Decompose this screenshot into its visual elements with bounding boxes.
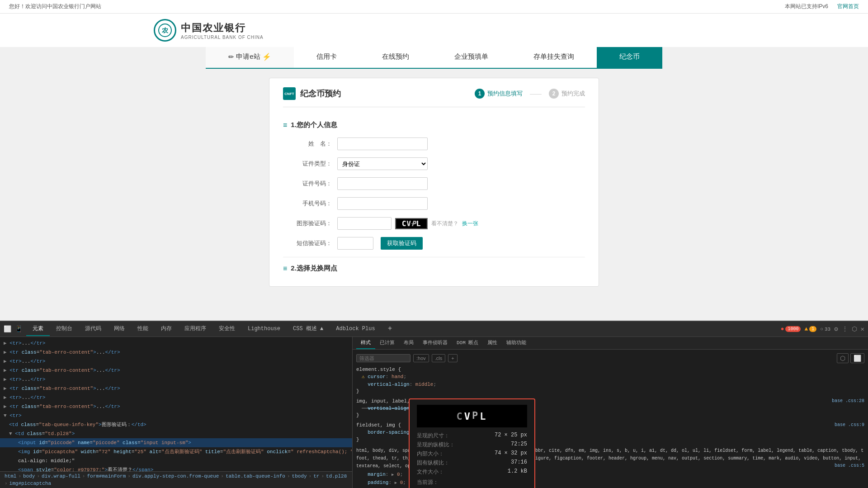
name-row: 姓 名： <box>283 137 585 150</box>
id-type-select[interactable]: 身份证 护照 驾驶证 <box>337 157 428 170</box>
devtools-tab-lighthouse[interactable]: Lighthouse <box>241 323 287 336</box>
right-tab-dom-breakpoints[interactable]: DOM 断点 <box>452 337 483 349</box>
sms-input[interactable] <box>337 237 373 250</box>
logo-icon: 农 <box>154 19 176 42</box>
devtools-tab-performance[interactable]: 性能 <box>131 322 155 336</box>
style-toggle-1[interactable]: ⬡ <box>837 353 849 363</box>
site-header: 农 中国农业银行 AGRICULTURAL BANK OF CHINA <box>0 14 868 47</box>
captcha-text: CVPL <box>402 219 421 228</box>
nav-item-credit[interactable]: 信用卡 <box>294 47 359 68</box>
right-tab-computed[interactable]: 已计算 <box>375 337 399 349</box>
welcome-text: 您好！欢迎访问中国农业银行门户网站 <box>9 3 101 10</box>
steps-indicator: 1 预约信息填写 —— 2 预约完成 <box>475 89 585 99</box>
add-style-button[interactable]: + <box>448 354 457 362</box>
right-tab-layout[interactable]: 布局 <box>399 337 418 349</box>
hov-button[interactable]: :hov <box>413 354 429 362</box>
cls-button[interactable]: .cls <box>432 354 446 362</box>
top-bar: 您好！欢迎访问中国农业银行门户网站 本网站已支持IPv6 官网首页 <box>0 0 868 14</box>
section2-title: 2.选择兑换网点 <box>291 264 337 273</box>
style-prop: vertical-align: middle; <box>356 381 864 389</box>
phone-row: 手机号码： <box>283 197 585 210</box>
official-link[interactable]: 官网首页 <box>837 3 859 10</box>
devtools-tab-network[interactable]: 网络 <box>108 322 131 336</box>
dom-line[interactable]: ▶ <tr class="tab-erro-content">...</tr> <box>0 402 352 411</box>
captcha-wrapper: CVPL 看不清楚？ 换一张 <box>337 217 478 230</box>
right-tab-listeners[interactable]: 事件侦听器 <box>418 337 452 349</box>
nav-item-corp[interactable]: 企业预填单 <box>432 47 511 68</box>
devtools-tab-console[interactable]: 控制台 <box>50 322 79 336</box>
name-label: 姓 名： <box>283 140 337 148</box>
warn-badge: ▲ 1 <box>804 326 816 332</box>
nav-item-coin[interactable]: 纪念币 <box>597 47 662 68</box>
id-type-label: 证件类型： <box>283 160 337 168</box>
id-num-input[interactable] <box>337 177 428 190</box>
popout-icon[interactable]: ⬡ <box>852 325 857 333</box>
phone-input[interactable] <box>337 197 428 210</box>
nav-label-credit: 信用卡 <box>316 52 337 61</box>
nav-label-corp: 企业预填单 <box>454 52 488 61</box>
svg-text:农: 农 <box>161 27 169 34</box>
devtools-main: ▶ <tr>...</tr> ▶ <tr class="tab-erro-con… <box>0 337 868 463</box>
devtools-tab-memory[interactable]: 内存 <box>155 322 178 336</box>
dom-line-selected[interactable]: <input id="piccode" name="piccode" class… <box>0 438 352 447</box>
settings-icon[interactable]: ⚙ <box>834 325 838 333</box>
dom-line[interactable]: ▼ <tr> <box>0 411 352 420</box>
style-source[interactable]: base .css:5 <box>835 462 864 463</box>
more-icon[interactable]: ⋮ <box>842 325 848 333</box>
ipv6-text: 本网站已支持IPv6 <box>785 3 828 10</box>
dom-line[interactable]: ▶ <tr class="tab-erro-content">...</tr> <box>0 384 352 393</box>
right-tab-properties[interactable]: 属性 <box>483 337 502 349</box>
captcha-row: 图形验证码： CVPL 看不清楚？ 换一张 <box>283 217 585 230</box>
close-icon[interactable]: ✕ <box>861 325 864 333</box>
dom-line[interactable]: ▶ <tr class="tab-erro-content">...</tr> <box>0 348 352 357</box>
captcha-input[interactable] <box>337 217 392 230</box>
captcha-image[interactable]: CVPL <box>395 218 428 229</box>
step-2: 2 预约完成 <box>549 89 585 99</box>
cant-see-text: 看不清楚？ <box>431 220 458 227</box>
dom-line[interactable]: <td class="tab-queue-info-key">图形验证码：</t… <box>0 420 352 429</box>
devtools-tab-css[interactable]: CSS 概述 ▲ <box>287 322 330 336</box>
name-input[interactable] <box>337 137 428 150</box>
dom-tree[interactable]: ▶ <tr>...</tr> ▶ <tr class="tab-erro-con… <box>0 337 352 463</box>
devtools-device-icon[interactable]: 📱 <box>15 325 23 333</box>
devtools-inspect-icon[interactable]: ⬜ <box>4 325 11 333</box>
nav-label-apply: 申请e站 <box>236 52 260 61</box>
devtools-tab-add[interactable]: + <box>382 322 399 336</box>
page-title-bar: CNFT 纪念币预约 1 预约信息填写 —— 2 预约完成 <box>283 87 585 107</box>
nav-item-lost[interactable]: 存单挂失查询 <box>511 47 597 68</box>
dom-line[interactable]: ▶ <tr>...</tr> <box>0 339 352 348</box>
error-badge: ● 1000 <box>781 326 801 332</box>
style-source[interactable]: base .css:28 <box>832 398 864 403</box>
style-source[interactable]: base .css:9 <box>835 422 864 427</box>
get-sms-button[interactable]: 获取验证码 <box>381 237 423 250</box>
dom-line[interactable]: <img id="piccaptcha" width="72" height="… <box>0 447 352 456</box>
refresh-link[interactable]: 换一张 <box>462 220 478 227</box>
dom-line[interactable]: cal-align: middle;" <box>0 456 352 463</box>
filter-bar: :hov .cls + ⬡ ⬜ <box>356 353 864 363</box>
page-title: 纪念币预约 <box>300 88 341 99</box>
dom-line[interactable]: ▶ <tr>...</tr> <box>0 393 352 402</box>
nav-item-apply[interactable]: ✏ 申请e站 ⚡ <box>206 47 293 68</box>
devtools-tab-security[interactable]: 安全性 <box>212 322 241 336</box>
dom-line[interactable]: ▶ <tr class="tab-erro-content">...</tr> <box>0 366 352 375</box>
nav-label-coin: 纪念币 <box>619 52 640 61</box>
id-num-row: 证件号码： <box>283 177 585 190</box>
devtools-tab-application[interactable]: 应用程序 <box>178 322 212 336</box>
styles-filter-input[interactable] <box>356 354 410 362</box>
logo-area: 农 中国农业银行 AGRICULTURAL BANK OF CHINA <box>154 19 264 42</box>
dom-line[interactable]: ▶ <tr>...</tr> <box>0 375 352 384</box>
section2-icon: ≡ <box>283 265 287 273</box>
style-toggle-2[interactable]: ⬜ <box>850 353 864 363</box>
sms-row: 短信验证码： 获取验证码 <box>283 237 585 250</box>
section2-header: ≡ 2.选择兑换网点 <box>283 257 585 273</box>
right-tab-accessibility[interactable]: 辅助功能 <box>502 337 531 349</box>
logo-cn-text: 中国农业银行 <box>181 21 264 35</box>
dom-line[interactable]: ▶ <tr>...</tr> <box>0 357 352 366</box>
devtools-tab-elements[interactable]: 元素 <box>26 322 50 336</box>
devtools-tab-adblock[interactable]: Adblock Plus <box>330 323 381 336</box>
right-tab-styles[interactable]: 样式 <box>356 337 375 349</box>
devtools-tab-sources[interactable]: 源代码 <box>79 322 108 336</box>
dom-line[interactable]: ▼ <td class="td.pl28"> <box>0 429 352 438</box>
nav-item-online[interactable]: 在线预约 <box>359 47 432 68</box>
devtools-panel: ⬜ 📱 元素 控制台 源代码 网络 性能 内存 应用程序 安全性 Lightho… <box>0 321 868 463</box>
